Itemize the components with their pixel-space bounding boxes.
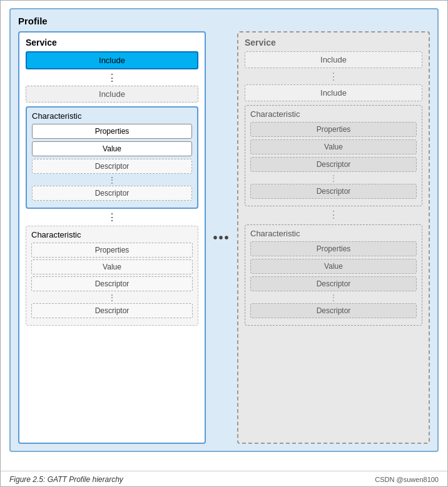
left-service-label: Service xyxy=(26,38,198,48)
char-right2-box: Characteristic Properties Value Descript… xyxy=(245,224,422,326)
dots-small-right1: ⋮ xyxy=(250,174,417,183)
value-box-left: Value xyxy=(32,141,192,156)
char-plain-label: Characteristic xyxy=(31,230,193,239)
dots-vertical-2: ⋮ xyxy=(26,211,198,223)
left-service-box: Service Include ⋮ Include Characteristic… xyxy=(18,31,206,444)
desc1-right1: Descriptor xyxy=(250,157,417,172)
right-include2: Include xyxy=(245,84,422,101)
properties-right2: Properties xyxy=(250,241,417,256)
value-right2: Value xyxy=(250,259,417,274)
properties-right1: Properties xyxy=(250,122,417,137)
value-box-left-plain: Value xyxy=(31,259,193,274)
properties-box-left-plain: Properties xyxy=(31,243,193,258)
include-plain: Include xyxy=(26,86,198,103)
include-highlighted: Include xyxy=(26,51,198,69)
caption-text: Figure 2.5: GATT Profile hierarchy xyxy=(9,475,123,484)
desc2-right1: Descriptor xyxy=(250,184,417,199)
desc2-right2: Descriptor xyxy=(250,303,417,318)
descriptor1-box-left-plain: Descriptor xyxy=(31,276,193,291)
right-include1: Include xyxy=(245,51,422,68)
dots-vertical-right-1: ⋮ xyxy=(245,71,422,83)
dots-small-char1: ⋮ xyxy=(32,176,192,184)
char-plain-box: Characteristic Properties Value Descript… xyxy=(26,226,198,326)
profile-label: Profile xyxy=(18,16,430,26)
desc1-right2: Descriptor xyxy=(250,276,417,291)
ellipsis-dots: ••• xyxy=(213,231,230,245)
value-right1: Value xyxy=(250,139,417,154)
horizontal-ellipsis: ••• xyxy=(206,31,237,444)
properties-box-left: Properties xyxy=(32,124,192,139)
caption-brand: CSDN @suwen8100 xyxy=(375,476,439,483)
dots-small-char2: ⋮ xyxy=(31,293,193,302)
right-service-box: Service Include ⋮ Include Characteristic… xyxy=(237,31,430,444)
figure-caption: Figure 2.5: GATT Profile hierarchy CSDN … xyxy=(1,471,447,486)
char-highlighted-label: Characteristic xyxy=(32,111,192,121)
descriptor1-box-left: Descriptor xyxy=(32,159,192,174)
char-right1-box: Characteristic Properties Value Descript… xyxy=(245,105,422,206)
dots-vertical-right-2: ⋮ xyxy=(245,209,422,221)
dots-vertical-1: ⋮ xyxy=(26,72,198,84)
char-right2-label: Characteristic xyxy=(250,229,417,238)
char-right1-label: Characteristic xyxy=(250,109,417,119)
descriptor2-box-left: Descriptor xyxy=(32,186,192,201)
right-service-label: Service xyxy=(245,38,422,48)
profile-box: Profile Service Include ⋮ Include Charac… xyxy=(9,8,439,452)
char-highlighted-box: Characteristic Properties Value Descript… xyxy=(26,106,198,209)
services-row: Service Include ⋮ Include Characteristic… xyxy=(18,31,430,444)
dots-small-right2: ⋮ xyxy=(250,293,417,302)
descriptor2-box-left-plain: Descriptor xyxy=(31,303,193,318)
